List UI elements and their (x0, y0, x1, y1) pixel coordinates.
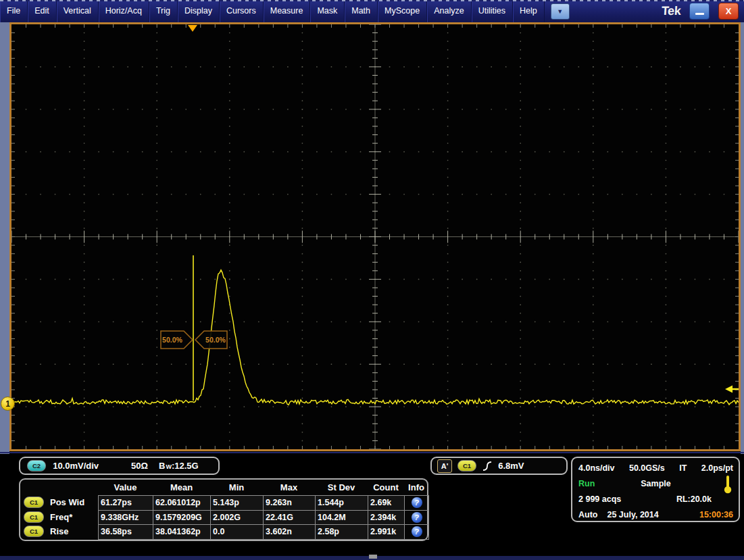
menu-item-display[interactable]: Display (178, 0, 220, 22)
menu-item-edit[interactable]: Edit (28, 0, 57, 22)
measurement-row[interactable]: C1Pos Wid61.27ps62.061012p5.143p9.263n1.… (24, 495, 427, 510)
trigger-mode: Auto (578, 510, 597, 519)
oscilloscope-screen: FileEditVerticalHoriz/AcqTrigDisplayCurs… (0, 0, 744, 560)
trigger-source-badge[interactable]: A' (437, 459, 452, 473)
measurement-table[interactable]: ValueMeanMinMaxSt DevCountInfo C1Pos Wid… (19, 478, 428, 541)
measurement-header-row: ValueMeanMinMaxSt DevCountInfo (24, 480, 427, 495)
acquisition-count: 2 999 acqs (578, 494, 621, 504)
measurement-value: 36.58ps (98, 524, 153, 540)
impedance: 50Ω (131, 461, 148, 471)
acquisition-state-row: Run Sample (578, 476, 733, 491)
measurement-min: 0.0 (210, 524, 264, 540)
thermometer-icon (724, 475, 732, 494)
bw-label: B (159, 461, 165, 471)
tek-logo: Tek (661, 4, 680, 18)
right-bezel-strip (741, 22, 744, 454)
chevron-down-icon: ▼ (557, 8, 563, 15)
column-header: Info (404, 480, 428, 495)
horizontal-readout-box[interactable]: 4.0ns/div 50.0GS/s IT 2.0ps/pt Run Sampl… (571, 457, 740, 522)
trigger-mode-date: Auto 25 July, 2014 (578, 510, 659, 519)
measurement-max: 9.263n (263, 495, 316, 511)
menubar-right: Tek X (662, 0, 739, 22)
bandwidth: BW:12.5G (159, 461, 199, 471)
timebase-row: 4.0ns/div 50.0GS/s IT 2.0ps/pt (578, 460, 733, 476)
info-icon[interactable]: ? (412, 526, 422, 537)
menu-items: FileEditVerticalHoriz/AcqTrigDisplayCurs… (0, 0, 545, 22)
column-header: Min (210, 480, 263, 495)
trigger-channel-badge[interactable]: C1 (457, 460, 476, 472)
minimize-icon (695, 13, 704, 15)
measurement-row[interactable]: C1Freq*9.338GHz9.1579209G2.002G22.41G104… (24, 510, 427, 525)
measurement-count: 2.991k (368, 524, 405, 540)
measurement-rows: C1Pos Wid61.27ps62.061012p5.143p9.263n1.… (24, 495, 427, 539)
lower-divider (0, 452, 744, 453)
measurement-mean: 38.041362p (153, 524, 211, 540)
waveform-plot[interactable]: 50.0%50.0% (11, 24, 739, 449)
column-header: Mean (153, 480, 210, 495)
sampling-mode: IT (679, 463, 687, 473)
measurement-name: Pos Wid (48, 495, 98, 510)
acquisition-mode: Sample (578, 479, 733, 488)
menu-item-utilities[interactable]: Utilities (472, 0, 513, 22)
channel2-badge[interactable]: C2 (27, 460, 46, 472)
resolution: 2.0ps/pt (701, 463, 733, 473)
info-icon[interactable]: ? (412, 497, 422, 508)
channel1-badge[interactable]: C1 (24, 497, 44, 508)
column-header: Value (98, 480, 153, 495)
timebase: 4.0ns/div (578, 463, 615, 473)
minimize-button[interactable] (689, 3, 710, 20)
menu-item-analyze[interactable]: Analyze (427, 0, 471, 22)
measurement-max: 22.41G (263, 510, 316, 526)
menu-item-trig[interactable]: Trig (149, 0, 178, 22)
close-button[interactable]: X (718, 3, 739, 20)
menu-item-file[interactable]: File (0, 0, 28, 22)
cursor-left-label[interactable]: 50.0% (162, 336, 182, 344)
channel1-badge[interactable]: C1 (24, 511, 44, 523)
menu-item-math[interactable]: Math (345, 0, 378, 22)
menu-item-mask[interactable]: Mask (310, 0, 345, 22)
cursor-right-label[interactable]: 50.0% (205, 336, 226, 344)
sample-rate: 50.0GS/s (629, 463, 665, 473)
menu-item-vertical[interactable]: Vertical (57, 0, 99, 22)
trigger-mode-row: Auto 25 July, 2014 15:00:36 (578, 507, 733, 522)
measurement-mean: 62.061012p (153, 495, 211, 511)
measurement-count: 2.69k (368, 495, 405, 511)
trigger-level: 6.8mV (498, 461, 524, 471)
rising-edge-icon (482, 460, 493, 472)
close-icon: X (726, 6, 732, 16)
menu-item-help[interactable]: Help (513, 0, 545, 22)
acquisition-count-row: 2 999 acqs RL:20.0k (578, 491, 733, 507)
measurement-max: 3.602n (263, 524, 316, 540)
channel1-badge[interactable]: C1 (24, 526, 44, 537)
trigger-readout-box[interactable]: A' C1 6.8mV (430, 457, 568, 475)
measurement-st_dev: 2.58p (315, 524, 368, 540)
menu-bar: FileEditVerticalHoriz/AcqTrigDisplayCurs… (0, 0, 744, 22)
measurement-value: 61.27ps (98, 495, 153, 511)
menu-item-measure[interactable]: Measure (264, 0, 311, 22)
channel-readout-box[interactable]: C2 10.0mV/div 50Ω BW:12.5G (19, 457, 220, 475)
column-header: St Dev (315, 480, 368, 495)
menu-overflow-dropdown[interactable]: ▼ (551, 3, 570, 20)
vertical-scale: 10.0mV/div (53, 461, 99, 471)
clock-time: 15:00:36 (699, 510, 733, 519)
channel1-reference-marker[interactable]: 1 (1, 397, 15, 411)
menu-item-horiz-acq[interactable]: Horiz/Acq (99, 0, 149, 22)
column-header: Max (263, 480, 315, 495)
date: 25 July, 2014 (607, 510, 658, 519)
measurement-mean: 9.1579209G (153, 510, 211, 526)
measurement-min: 5.143p (210, 495, 264, 511)
measurement-value: 9.338GHz (98, 510, 153, 526)
measurement-min: 2.002G (210, 510, 264, 526)
measurement-st_dev: 104.2M (315, 510, 368, 526)
menu-item-myscope[interactable]: MyScope (378, 0, 427, 22)
measurement-row[interactable]: C1Rise36.58ps38.041362p0.03.602n2.58p2.9… (24, 524, 427, 539)
menu-item-cursors[interactable]: Cursors (220, 0, 264, 22)
measurement-st_dev: 1.544p (315, 495, 368, 511)
info-icon[interactable]: ? (412, 512, 422, 523)
record-length: RL:20.0k (676, 494, 712, 504)
measurement-name: Rise (48, 524, 98, 539)
bw-value: :12.5G (172, 461, 199, 471)
resize-handle[interactable] (369, 555, 377, 559)
left-bezel-strip (0, 22, 9, 454)
measurement-name: Freq* (48, 510, 98, 525)
